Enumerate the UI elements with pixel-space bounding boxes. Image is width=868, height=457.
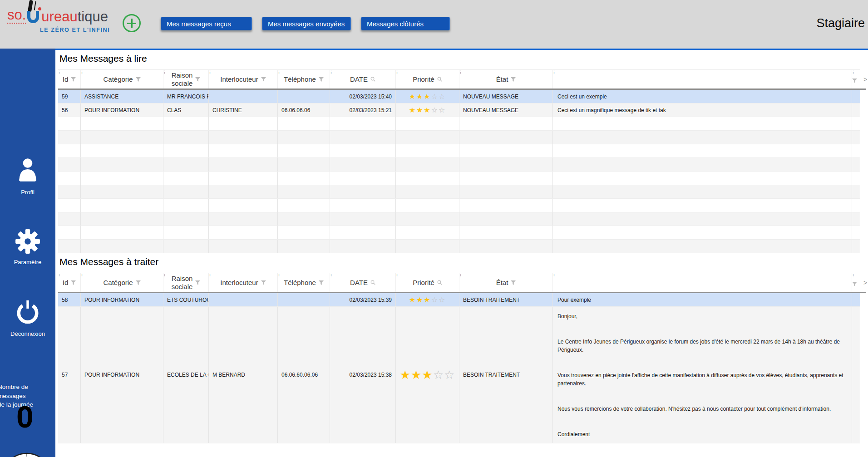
- sidebar-item-profil[interactable]: Profil: [0, 157, 55, 196]
- chevron-right-icon[interactable]: >: [863, 76, 867, 83]
- filter-icon[interactable]: [195, 75, 200, 83]
- sidebar-item-label: Paramètre: [0, 259, 55, 265]
- cell-interlocuteur: [209, 199, 278, 212]
- cell-gutter: [852, 293, 860, 306]
- filter-icon[interactable]: [319, 75, 324, 83]
- search-icon[interactable]: [437, 279, 442, 286]
- cell-raison-sociale: [163, 158, 209, 171]
- cell-interlocuteur: [209, 117, 278, 130]
- column-label: Interlocuteur: [220, 75, 258, 83]
- sidebar-item-parametre[interactable]: Paramètre: [0, 228, 55, 265]
- column-label: Téléphone: [284, 279, 316, 286]
- column-label: Priorité: [413, 75, 434, 83]
- column-header-telephone[interactable]: Téléphone: [278, 70, 330, 88]
- message-row[interactable]: 58 POUR INFORMATION ETS COUTUROU 02/03/2…: [58, 293, 860, 307]
- cell-interlocuteur: [209, 293, 278, 306]
- cell-priorite: ★★★☆☆: [396, 307, 459, 443]
- search-icon[interactable]: [370, 279, 375, 286]
- filter-icon[interactable]: [261, 75, 266, 83]
- column-header-categorie[interactable]: Catégorie: [81, 273, 163, 292]
- search-icon[interactable]: [370, 75, 375, 83]
- cell-etat: NOUVEAU MESSAGE: [459, 90, 553, 103]
- filter-icon[interactable]: [136, 75, 141, 83]
- cell-interlocuteur: CHRISTINE: [209, 103, 278, 117]
- message-paragraph: Cordialement: [557, 430, 845, 438]
- cell-message: [553, 185, 852, 198]
- column-header-priorite[interactable]: Priorité: [396, 70, 459, 88]
- column-header-blank[interactable]: [553, 70, 852, 88]
- empty-row: [58, 185, 860, 199]
- cell-telephone: 06.06.60.06.06: [278, 307, 330, 443]
- cell-date: [330, 158, 396, 171]
- chevron-right-icon[interactable]: >: [863, 279, 867, 286]
- cell-etat: [459, 240, 553, 253]
- filter-icon[interactable]: [319, 279, 324, 286]
- cell-priorite: [396, 240, 459, 253]
- cell-raison-sociale: ECOLES DE LA C: [163, 307, 209, 443]
- closed-messages-button[interactable]: Messages clôturés: [361, 17, 450, 30]
- column-header-id[interactable]: Id: [58, 273, 81, 292]
- cell-priorite: [396, 144, 459, 157]
- column-header-interlocuteur[interactable]: Interlocuteur: [209, 70, 278, 88]
- cell-raison-sociale: [163, 144, 209, 157]
- message-paragraph: Bonjour,: [557, 312, 845, 320]
- column-header-etat[interactable]: État: [459, 70, 553, 88]
- column-label: Interlocuteur: [220, 279, 258, 286]
- received-messages-button[interactable]: Mes messages reçus: [161, 17, 252, 30]
- new-message-button[interactable]: [123, 14, 141, 32]
- cell-date: 02/03/2023 15:38: [330, 307, 396, 443]
- cell-message: Bonjour,Le Centre Info Jeunes de Périgue…: [553, 307, 852, 443]
- column-label: Id: [63, 75, 69, 83]
- column-header-priorite[interactable]: Priorité: [396, 273, 459, 292]
- table-header-row: IdCatégorieRaisonsocialeInterlocuteurTél…: [58, 69, 860, 88]
- message-row[interactable]: 59 ASSISTANCE MR FRANCOIS F 02/03/2023 1…: [58, 90, 860, 103]
- priority-stars: ★★★☆☆: [409, 295, 446, 304]
- cell-date: 02/03/2023 15:40: [330, 90, 396, 103]
- filter-icon[interactable]: [511, 279, 516, 286]
- filter-icon[interactable]: [71, 279, 76, 286]
- column-header-raison_sociale[interactable]: Raisonsociale: [163, 70, 209, 88]
- filter-icon[interactable]: [511, 75, 516, 83]
- cell-interlocuteur: [209, 144, 278, 157]
- filter-icon[interactable]: [195, 279, 200, 286]
- cell-categorie: [81, 117, 163, 130]
- cell-interlocuteur: [209, 158, 278, 171]
- column-header-date[interactable]: DATE: [330, 273, 396, 292]
- cell-raison-sociale: [163, 131, 209, 144]
- column-header-blank[interactable]: >: [852, 70, 860, 88]
- column-header-blank[interactable]: [553, 273, 852, 292]
- filter-icon[interactable]: [852, 77, 857, 84]
- cell-raison-sociale: [163, 240, 209, 253]
- cell-etat: BESOIN TRAITEMENT: [459, 307, 553, 443]
- column-header-etat[interactable]: État: [459, 273, 553, 292]
- sidebar-item-deconnexion[interactable]: Déconnexion: [0, 298, 55, 337]
- cell-priorite: ★★★☆☆: [396, 90, 459, 103]
- column-header-blank[interactable]: >: [852, 273, 860, 292]
- column-header-raison_sociale[interactable]: Raisonsociale: [163, 273, 209, 292]
- filter-icon[interactable]: [261, 279, 266, 286]
- cell-categorie: POUR INFORMATION: [81, 307, 163, 443]
- cell-categorie: [81, 131, 163, 144]
- column-header-id[interactable]: Id: [58, 70, 81, 88]
- table-title: Mes Messages à traiter: [59, 256, 868, 267]
- cell-id: [58, 199, 81, 212]
- cell-etat: [459, 131, 553, 144]
- column-header-interlocuteur[interactable]: Interlocuteur: [209, 273, 278, 292]
- app-logo: so.ureautique LE ZÉRO ET L'INFINI: [7, 4, 125, 33]
- column-header-categorie[interactable]: Catégorie: [81, 70, 163, 88]
- filter-icon[interactable]: [852, 280, 857, 288]
- message-row[interactable]: 56 POUR INFORMATION CLAS CHRISTINE 06.06…: [58, 103, 860, 117]
- cell-priorite: [396, 117, 459, 130]
- filter-icon[interactable]: [136, 279, 141, 286]
- cell-message: [553, 212, 852, 226]
- filter-icon[interactable]: [71, 75, 76, 83]
- message-paragraph: Nous vous remercions de votre collaborat…: [557, 405, 845, 413]
- sent-messages-button[interactable]: Mes messages envoyées: [262, 17, 351, 30]
- column-label: DATE: [350, 75, 368, 83]
- message-row[interactable]: 57 POUR INFORMATION ECOLES DE LA C M BER…: [58, 307, 860, 443]
- cell-message: [553, 199, 852, 212]
- cell-gutter: [852, 103, 860, 117]
- search-icon[interactable]: [437, 75, 442, 83]
- column-header-telephone[interactable]: Téléphone: [278, 273, 330, 292]
- column-header-date[interactable]: DATE: [330, 70, 396, 88]
